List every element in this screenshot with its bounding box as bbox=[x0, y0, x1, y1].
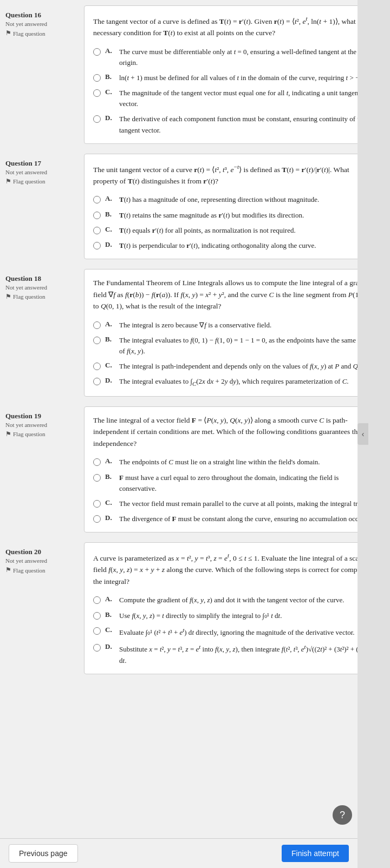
q19-status: Not yet answered bbox=[5, 422, 47, 428]
right-panel: ‹ bbox=[358, 0, 390, 868]
q16-radio-a[interactable] bbox=[93, 48, 101, 56]
q16-radio-d[interactable] bbox=[93, 115, 101, 123]
q20-status: Not yet answered bbox=[5, 557, 47, 564]
q20-text-d: Substitute x = t², y = t³, z = et into f… bbox=[119, 642, 375, 666]
q19-label-b: B. bbox=[105, 472, 115, 481]
q17-text-d: T(t) is perpendicular to r′(t), indicati… bbox=[119, 240, 316, 251]
q20-radio-c[interactable] bbox=[93, 627, 101, 635]
q16-text: The tangent vector of a curve is defined… bbox=[93, 14, 375, 39]
q19-radio-d[interactable] bbox=[93, 515, 101, 523]
q20-radio-b[interactable] bbox=[93, 612, 101, 620]
q20-sidebar: Question 20 Not yet answered ⚑ Flag ques… bbox=[0, 542, 84, 674]
q17-label-b: B. bbox=[105, 210, 115, 219]
question-row-18: Question 18 Not yet answered ⚑ Flag ques… bbox=[0, 269, 390, 397]
q18-number: Question 18 bbox=[5, 274, 41, 283]
q16-label-d: D. bbox=[105, 114, 115, 122]
question-row-16: Question 16 Not yet answered ⚑ Flag ques… bbox=[0, 5, 390, 144]
q18-option-b: B. The integral evaluates to f(0, 1) − f… bbox=[93, 335, 375, 357]
q18-label-b: B. bbox=[105, 335, 115, 344]
q16-option-d: D. The derivative of each component func… bbox=[93, 114, 375, 135]
q16-option-a: A. The curve must be differentiable only… bbox=[93, 47, 375, 68]
finish-button[interactable]: Finish attempt bbox=[282, 845, 349, 862]
q17-text-c: T(t) equals r′(t) for all points, as nor… bbox=[119, 225, 296, 236]
q17-label-c: C. bbox=[105, 225, 115, 234]
q19-radio-a[interactable] bbox=[93, 458, 101, 466]
q17-content: The unit tangent vector of a curve r(t) … bbox=[84, 154, 385, 259]
q19-sidebar: Question 19 Not yet answered ⚑ Flag ques… bbox=[0, 406, 84, 532]
flag-icon-20: ⚑ bbox=[5, 566, 11, 574]
q19-label-d: D. bbox=[105, 514, 115, 522]
q16-text-d: The derivative of each component functio… bbox=[119, 114, 375, 135]
q17-text: The unit tangent vector of a curve r(t) … bbox=[93, 162, 375, 187]
q19-label-c: C. bbox=[105, 498, 115, 507]
q17-text-b: T(t) retains the same magnitude as r′(t)… bbox=[119, 210, 304, 221]
q18-label-a: A. bbox=[105, 320, 115, 328]
q18-flag[interactable]: ⚑ Flag question bbox=[5, 293, 46, 301]
q16-status: Not yet answered bbox=[5, 21, 47, 27]
q17-option-c: C. T(t) equals r′(t) for all points, as … bbox=[93, 225, 375, 236]
q17-label-d: D. bbox=[105, 240, 115, 249]
q20-radio-a[interactable] bbox=[93, 596, 101, 604]
q18-radio-a[interactable] bbox=[93, 321, 101, 329]
q17-radio-d[interactable] bbox=[93, 242, 101, 249]
q17-options: A. T(t) has a magnitude of one, represen… bbox=[93, 194, 375, 251]
q17-label-a: A. bbox=[105, 194, 115, 203]
q18-radio-d[interactable] bbox=[93, 378, 101, 385]
q20-radio-d[interactable] bbox=[93, 644, 101, 652]
q16-number: Question 16 bbox=[5, 11, 41, 19]
q19-option-d: D. The divergence of F must be constant … bbox=[93, 514, 375, 524]
q18-text-d: The integral evaluates to ∫C(2x dx + 2y … bbox=[119, 376, 349, 388]
q20-label-d: D. bbox=[105, 642, 115, 651]
q19-text: The line integral of a vector field F = … bbox=[93, 415, 375, 450]
q18-radio-b[interactable] bbox=[93, 337, 101, 344]
q19-radio-b[interactable] bbox=[93, 474, 101, 482]
q18-content: The Fundamental Theorem of Line Integral… bbox=[84, 269, 385, 397]
q19-option-b: B. F must have a curl equal to zero thro… bbox=[93, 472, 375, 494]
q17-flag[interactable]: ⚑ Flag question bbox=[5, 177, 46, 186]
q20-flag[interactable]: ⚑ Flag question bbox=[5, 566, 46, 574]
q16-radio-c[interactable] bbox=[93, 89, 101, 97]
q17-flag-label: Flag question bbox=[13, 178, 46, 185]
q18-sidebar: Question 18 Not yet answered ⚑ Flag ques… bbox=[0, 269, 84, 397]
q17-radio-b[interactable] bbox=[93, 212, 101, 219]
q17-status: Not yet answered bbox=[5, 169, 47, 175]
q19-option-a: A. The endpoints of C must lie on a stra… bbox=[93, 457, 375, 468]
chevron-button[interactable]: ‹ bbox=[358, 423, 368, 445]
q19-label-a: A. bbox=[105, 457, 115, 465]
q18-label-c: C. bbox=[105, 361, 115, 370]
q19-text-b: F must have a curl equal to zero through… bbox=[119, 472, 375, 494]
q16-options: A. The curve must be differentiable only… bbox=[93, 47, 375, 136]
q20-option-d: D. Substitute x = t², y = t³, z = et int… bbox=[93, 642, 375, 666]
main-container: Question 16 Not yet answered ⚑ Flag ques… bbox=[0, 0, 390, 727]
q19-radio-c[interactable] bbox=[93, 500, 101, 508]
flag-icon-19: ⚑ bbox=[5, 430, 11, 438]
prev-button[interactable]: Previous page bbox=[9, 844, 78, 863]
question-row-20: Question 20 Not yet answered ⚑ Flag ques… bbox=[0, 542, 390, 674]
q20-option-c: C. Evaluate ∫₀¹ (t² + t³ + et) dt direct… bbox=[93, 626, 375, 638]
bottom-nav: Previous page Finish attempt bbox=[0, 838, 358, 868]
question-row-17: Question 17 Not yet answered ⚑ Flag ques… bbox=[0, 154, 390, 259]
q20-options: A. Compute the gradient of f(x, y, z) an… bbox=[93, 595, 375, 666]
help-button[interactable]: ? bbox=[333, 805, 352, 825]
q17-radio-a[interactable] bbox=[93, 196, 101, 203]
q16-option-c: C. The magnitude of the tangent vector m… bbox=[93, 88, 375, 109]
question-row-19: Question 19 Not yet answered ⚑ Flag ques… bbox=[0, 406, 390, 532]
q20-text-c: Evaluate ∫₀¹ (t² + t³ + et) dt directly,… bbox=[119, 626, 355, 638]
q17-option-d: D. T(t) is perpendicular to r′(t), indic… bbox=[93, 240, 375, 251]
q17-radio-c[interactable] bbox=[93, 227, 101, 234]
q16-radio-b[interactable] bbox=[93, 74, 101, 82]
q19-text-a: The endpoints of C must lie on a straigh… bbox=[119, 457, 320, 468]
q19-flag[interactable]: ⚑ Flag question bbox=[5, 430, 46, 438]
q20-flag-label: Flag question bbox=[13, 567, 46, 574]
q19-number: Question 19 bbox=[5, 412, 41, 420]
q16-sidebar: Question 16 Not yet answered ⚑ Flag ques… bbox=[0, 5, 84, 144]
q16-flag[interactable]: ⚑ Flag question bbox=[5, 29, 46, 37]
q20-label-a: A. bbox=[105, 595, 115, 603]
q20-text-b: Use f(x, y, z) = t directly to simplify … bbox=[119, 610, 282, 621]
flag-icon-18: ⚑ bbox=[5, 293, 11, 301]
q19-text-d: The divergence of F must be constant alo… bbox=[119, 514, 369, 524]
q16-text-a: The curve must be differentiable only at… bbox=[119, 47, 375, 68]
q16-flag-label: Flag question bbox=[13, 30, 46, 37]
q18-text-c: The integral is path-independent and dep… bbox=[119, 361, 360, 372]
q18-radio-c[interactable] bbox=[93, 363, 101, 370]
